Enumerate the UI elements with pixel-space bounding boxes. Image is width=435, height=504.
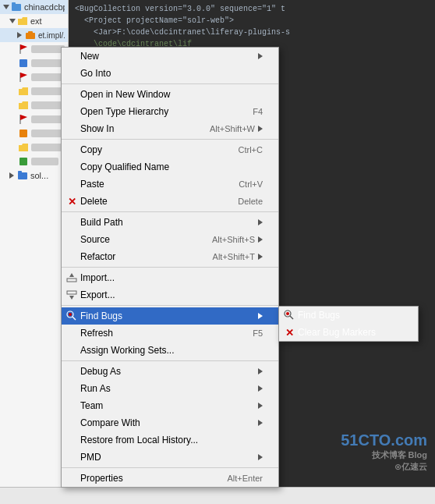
expand-arrow xyxy=(17,32,22,38)
shortcut-show-in: Alt+Shift+W xyxy=(210,124,255,133)
menu-item-refresh[interactable]: Refresh F5 xyxy=(62,325,278,342)
svg-marker-10 xyxy=(20,115,27,120)
flag-icon-3 xyxy=(17,113,30,126)
submenu-item-find-bugs[interactable]: Find Bugs xyxy=(279,307,418,324)
menu-item-import[interactable]: Import... xyxy=(62,269,278,286)
item-label-6 xyxy=(31,87,62,95)
sidebar-item-5[interactable] xyxy=(0,70,68,84)
sidebar-item-10[interactable] xyxy=(0,140,68,154)
menu-label-show-in: Show In xyxy=(80,123,194,134)
sidebar-item-4[interactable] xyxy=(0,56,68,70)
folder-icon xyxy=(16,15,29,27)
menu-label-open-type-hierarchy: Open Type Hierarchy xyxy=(80,106,237,117)
menu-label-build-path: Build Path xyxy=(80,217,255,228)
menu-item-copy[interactable]: Copy Ctrl+C xyxy=(62,141,278,158)
menu-item-open-type-hierarchy[interactable]: Open Type Hierarchy F4 xyxy=(62,103,278,120)
submenu-arrow-run-as xyxy=(258,385,263,392)
menu-item-show-in[interactable]: Show In Alt+Shift+W xyxy=(62,120,278,137)
menu-item-compare-with[interactable]: Compare With xyxy=(62,414,278,431)
findbugs-submenu: Find Bugs ✕ Clear Bug Markers xyxy=(278,306,419,342)
svg-marker-16 xyxy=(69,273,74,277)
menu-item-refactor[interactable]: Refactor Alt+Shift+T xyxy=(62,248,278,265)
delete-icon: ✕ xyxy=(68,196,76,208)
menu-item-debug-as[interactable]: Debug As xyxy=(62,363,278,380)
svg-marker-18 xyxy=(69,296,74,300)
sidebar-item-sol[interactable]: sol... xyxy=(0,169,68,183)
clear-icon: ✕ xyxy=(285,327,294,339)
package-label: et.impl/... xyxy=(38,31,65,40)
code-line-1: <BugCollection version="3.0.0" sequence=… xyxy=(75,3,429,15)
menu-item-copy-qualified[interactable]: Copy Qualified Name xyxy=(62,158,278,176)
menu-item-source[interactable]: Source Alt+Shift+S xyxy=(62,231,278,248)
svg-rect-2 xyxy=(26,33,35,39)
svg-rect-3 xyxy=(28,31,33,34)
menu-label-restore-local: Restore from Local History... xyxy=(80,435,263,445)
menu-item-restore-local[interactable]: Restore from Local History... xyxy=(62,431,278,449)
submenu-arrow-build-path xyxy=(258,219,263,225)
folder-label: ext xyxy=(30,16,42,26)
submenu-findbugs-icon xyxy=(284,310,295,321)
menu-label-export: Export... xyxy=(80,289,263,300)
menu-label-go-into: Go Into xyxy=(80,68,263,79)
sol-label: sol... xyxy=(30,171,48,180)
menu-item-assign-working-sets[interactable]: Assign Working Sets... xyxy=(62,342,278,359)
menu-item-find-bugs[interactable]: Find Bugs Find Bugs ✕ Clea xyxy=(62,307,278,325)
folder-icon-6 xyxy=(17,85,30,98)
shortcut-refresh: F5 xyxy=(253,328,263,338)
item-label-7 xyxy=(31,101,62,109)
submenu-arrow-refactor xyxy=(258,254,263,260)
sidebar-item-3[interactable] xyxy=(0,42,68,56)
delete-icon-area: ✕ xyxy=(65,196,79,208)
svg-point-24 xyxy=(286,312,289,315)
menu-item-team[interactable]: Team xyxy=(62,397,278,414)
resource-icon-4 xyxy=(17,57,30,69)
menu-label-assign-working-sets: Assign Working Sets... xyxy=(80,345,263,356)
menu-item-paste[interactable]: Paste Ctrl+V xyxy=(62,176,278,193)
menu-item-export[interactable]: Export... xyxy=(62,286,278,303)
project-sidebar[interactable]: chinacdcbpm ext et.impl/... xyxy=(0,0,69,504)
project-label: chinacdcbpm xyxy=(24,2,65,12)
menu-item-build-path[interactable]: Build Path xyxy=(62,214,278,231)
svg-marker-5 xyxy=(20,44,27,50)
sidebar-item-7[interactable] xyxy=(0,98,68,112)
item-label-5 xyxy=(31,73,65,81)
sidebar-item-9[interactable] xyxy=(0,126,68,140)
menu-label-debug-as: Debug As xyxy=(80,366,255,377)
sidebar-item-2[interactable]: et.impl/... xyxy=(0,28,68,42)
svg-line-23 xyxy=(290,316,293,319)
sidebar-item-6[interactable] xyxy=(0,84,68,98)
shortcut-paste: Ctrl+V xyxy=(239,179,263,189)
menu-item-open-new-window[interactable]: Open in New Window xyxy=(62,86,278,103)
svg-rect-1 xyxy=(12,2,16,5)
svg-rect-11 xyxy=(19,130,27,137)
menu-item-delete[interactable]: ✕ Delete Delete xyxy=(62,193,278,210)
menu-label-import: Import... xyxy=(80,272,263,283)
sidebar-item-11[interactable] xyxy=(0,154,68,169)
svg-rect-13 xyxy=(18,172,27,179)
menu-label-refresh: Refresh xyxy=(80,328,237,339)
sidebar-item-8[interactable] xyxy=(0,112,68,126)
submenu-item-clear-bug-markers[interactable]: ✕ Clear Bug Markers xyxy=(279,324,418,341)
menu-label-open-new-window: Open in New Window xyxy=(80,89,263,100)
menu-item-new[interactable]: New xyxy=(62,48,278,65)
code-line-2: <Project projectName="solr-web"> xyxy=(75,15,429,27)
item-label-10 xyxy=(31,144,62,151)
sidebar-item-ext[interactable]: ext xyxy=(0,14,68,28)
collapse-arrow xyxy=(3,5,9,9)
menu-label-team: Team xyxy=(80,400,255,411)
export-icon xyxy=(66,289,77,300)
sidebar-item-chinacdcbpm[interactable]: chinacdcbpm xyxy=(0,0,68,14)
menu-label-new: New xyxy=(80,51,255,62)
resource-icon-11 xyxy=(17,155,30,168)
sol-icon xyxy=(16,169,29,182)
item-label-3 xyxy=(31,45,65,53)
item-label-9 xyxy=(31,130,62,137)
item-label-8 xyxy=(31,115,65,123)
menu-label-delete: Delete xyxy=(80,196,222,207)
menu-item-run-as[interactable]: Run As xyxy=(62,380,278,397)
menu-label-copy-qualified: Copy Qualified Name xyxy=(80,161,263,172)
menu-item-properties[interactable]: Properties Alt+Enter xyxy=(62,470,278,487)
package-icon xyxy=(24,29,37,41)
menu-item-pmd[interactable]: PMD xyxy=(62,449,278,466)
menu-item-go-into[interactable]: Go Into xyxy=(62,65,278,82)
